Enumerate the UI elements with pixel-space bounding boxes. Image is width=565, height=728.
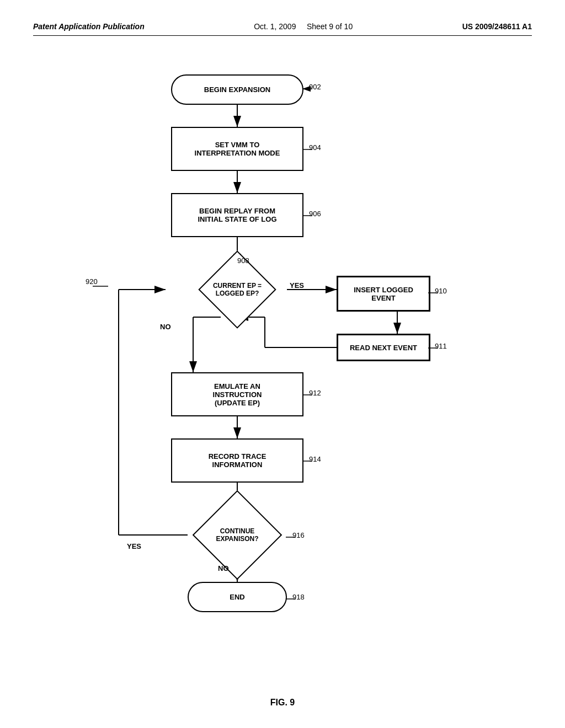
- record-trace-label: RECORD TRACE INFORMATION: [209, 452, 266, 469]
- record-trace-node: RECORD TRACE INFORMATION: [171, 438, 303, 483]
- begin-replay-node: BEGIN REPLAY FROM INITIAL STATE OF LOG: [171, 193, 303, 237]
- begin-expansion-node: BEGIN EXPANSION: [171, 74, 303, 105]
- end-label: END: [230, 593, 244, 601]
- publication-date: Oct. 1, 2009: [254, 22, 296, 31]
- yes-right-label: YES: [290, 281, 304, 290]
- leader-914: [302, 458, 313, 464]
- read-next-node: READ NEXT EVENT: [337, 334, 430, 361]
- figure-caption: FIG. 9: [33, 698, 532, 708]
- leader-912: [302, 392, 313, 398]
- emulate-node: EMULATE AN INSTRUCTION (UPDATE EP): [171, 372, 303, 416]
- set-vmm-node: SET VMM TO INTERPRETATION MODE: [171, 127, 303, 171]
- no-down2-label: NO: [218, 564, 229, 572]
- leader-920: [93, 283, 109, 290]
- current-ep-node: CURRENT EP = LOGGED EP?: [188, 265, 287, 314]
- continue-label: CONTINUE EXPANISON?: [216, 527, 258, 543]
- page: Patent Application Publication Oct. 1, 2…: [0, 0, 565, 728]
- leader-902: [302, 85, 313, 92]
- publication-label: Patent Application Publication: [33, 22, 145, 31]
- begin-replay-label: BEGIN REPLAY FROM INITIAL STATE OF LOG: [198, 207, 277, 223]
- label-908: 908: [237, 256, 249, 265]
- leader-911: [428, 345, 439, 351]
- leader-906: [302, 212, 313, 219]
- insert-logged-node: INSERT LOGGED EVENT: [337, 276, 430, 312]
- flowchart: BEGIN EXPANSION 902 SET VMM TO INTERPRET…: [33, 52, 532, 687]
- end-node: END: [188, 582, 287, 612]
- no-down-label: NO: [160, 323, 171, 331]
- patent-number: US 2009/248611 A1: [462, 22, 532, 31]
- date-sheet: Oct. 1, 2009 Sheet 9 of 10: [254, 22, 353, 31]
- fig-label: FIG. 9: [270, 698, 295, 707]
- leader-910: [428, 290, 439, 296]
- page-header: Patent Application Publication Oct. 1, 2…: [33, 22, 532, 36]
- set-vmm-label: SET VMM TO INTERPRETATION MODE: [195, 141, 280, 157]
- read-next-label: READ NEXT EVENT: [350, 344, 417, 352]
- emulate-label: EMULATE AN INSTRUCTION (UPDATE EP): [213, 382, 262, 407]
- leader-916: [286, 534, 297, 540]
- leader-918: [286, 596, 297, 602]
- continue-node: CONTINUE EXPANISON?: [188, 510, 287, 560]
- current-ep-label: CURRENT EP = LOGGED EP?: [213, 282, 262, 297]
- begin-expansion-label: BEGIN EXPANSION: [204, 85, 270, 94]
- leader-904: [302, 146, 313, 153]
- insert-logged-label: INSERT LOGGED EVENT: [354, 286, 413, 302]
- sheet-info: Sheet 9 of 10: [307, 22, 353, 31]
- yes-left-label: YES: [127, 542, 141, 550]
